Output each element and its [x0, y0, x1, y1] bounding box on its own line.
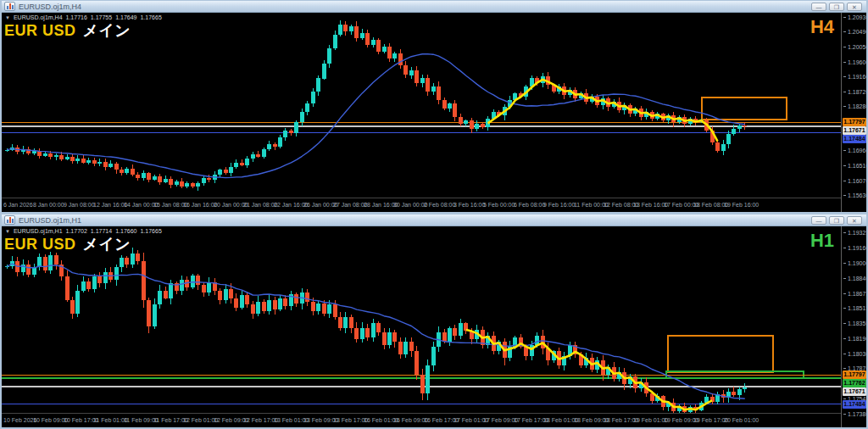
chart-window-icon [4, 215, 15, 225]
minimize-button[interactable]: — [811, 216, 826, 225]
ohlc-symbol: EURUSD.oj1m,H4 [14, 14, 63, 20]
tick-dash [843, 76, 846, 77]
chart-area-h4: ▼ EURUSD.oj1m,H4 1.17716 1.17755 1.17649… [2, 13, 866, 212]
fast-ma-line [466, 330, 712, 410]
tick-dash [843, 248, 846, 248]
ohlc-low: 1.17649 [115, 14, 136, 20]
minimize-button[interactable]: — [811, 3, 826, 11]
time-tick: 21 Jan 08:00 [243, 202, 277, 208]
close-button[interactable]: ✕ [847, 3, 862, 11]
window-titlebar[interactable]: EURUSD.oj1m,H4 — ❐ ✕ [2, 1, 866, 13]
price-badge: 1.17484 [843, 135, 866, 143]
price-badge: 1.17484 [843, 400, 866, 409]
chart-window-h1: EURUSD.oj1m,H1 — ❐ ✕ ▼ EURUSD.oj1m,H1 1.… [0, 214, 868, 429]
tick-dash [843, 92, 846, 92]
ohlc-open: 1.17716 [66, 14, 87, 20]
supply-zone-rect [702, 98, 787, 120]
restore-button[interactable]: ❐ [829, 3, 844, 11]
price-tick: 1.20490 [843, 28, 866, 35]
price-tick: 1.19160 [843, 73, 866, 80]
tick-dash [843, 368, 846, 369]
tick-dash [843, 195, 846, 196]
close-button[interactable]: ✕ [847, 216, 862, 225]
time-tick: 9 Jan 08:00 [64, 202, 95, 208]
tick-dash [843, 106, 846, 107]
tick-dash [843, 62, 846, 63]
price-badge: 1.17671 [843, 387, 866, 396]
time-tick: 11 Feb 01:00 [93, 417, 128, 423]
chart-area-h1: ▼ EURUSD.oj1m,H1 1.17702 1.17714 1.17660… [2, 226, 866, 427]
time-tick: 6 Feb 08:00 [514, 202, 545, 208]
tick-dash [843, 165, 846, 166]
time-tick: 20 Feb 01:00 [724, 417, 759, 423]
tick-dash [843, 414, 846, 415]
time-tick: 16 Jan 16:00 [183, 202, 217, 208]
price-tick: 1.18030 [843, 350, 866, 357]
price-tick: 1.18355 [843, 320, 866, 326]
price-badge: 1.17797 [843, 370, 866, 379]
price-badge: 1.17762 [843, 379, 866, 387]
price-tick: 1.18515 [843, 304, 866, 311]
tick-dash [843, 17, 846, 18]
symbol-dropdown-icon[interactable]: ▼ [5, 229, 10, 234]
price-badge: 1.17671 [843, 126, 866, 135]
ohlc-close: 1.17665 [140, 14, 161, 20]
symbol-dropdown-icon[interactable]: ▼ [5, 15, 10, 20]
ohlc-close: 1.17665 [140, 228, 161, 234]
price-tick: 1.18720 [843, 88, 866, 95]
time-tick: 3 Feb 16:00 [453, 202, 485, 208]
time-tick: 9 Feb 16:00 [543, 202, 575, 208]
tick-dash [843, 31, 846, 32]
tick-dash [843, 293, 846, 294]
price-tick: 1.19600 [843, 58, 866, 65]
price-axis[interactable]: 1.209301.204901.200501.196001.191601.187… [841, 13, 866, 212]
symbol-watermark: EUR USDメイン [4, 20, 131, 41]
ohlc-open: 1.17702 [66, 228, 87, 234]
time-axis[interactable]: 10 Feb 202610 Feb 09:0010 Feb 17:0011 Fe… [2, 413, 841, 427]
slow-ma-line [7, 54, 745, 178]
price-tick: 1.19325 [843, 229, 866, 236]
price-tick: 1.20930 [843, 14, 866, 20]
ohlc-high: 1.17714 [91, 228, 112, 234]
price-axis[interactable]: 1.193251.191601.190001.188401.186751.185… [841, 226, 866, 427]
ohlc-symbol: EURUSD.oj1m,H1 [14, 228, 63, 234]
price-tick: 1.18280 [843, 103, 866, 109]
candles [5, 248, 748, 414]
time-tick: 6 Jan 2026 [3, 202, 33, 208]
ohlc-info: ▼ EURUSD.oj1m,H4 1.17716 1.17755 1.17649… [5, 14, 162, 20]
price-tick: 1.20050 [843, 43, 866, 50]
time-tick: 2 Feb 08:00 [424, 202, 455, 208]
tick-dash [843, 398, 846, 399]
ohlc-low: 1.17660 [115, 228, 136, 234]
supply-zone-rect [668, 336, 773, 372]
time-tick: 30 Jan 00:00 [393, 202, 427, 208]
symbol-watermark: EUR USDメイン [4, 234, 131, 254]
time-tick: 5 Feb 00:00 [483, 202, 515, 208]
window-title: EURUSD.oj1m,H4 [19, 3, 808, 11]
price-tick: 1.18840 [843, 275, 866, 281]
timeframe-label: H1 [810, 230, 834, 252]
restore-button[interactable]: ❐ [829, 216, 844, 225]
timeframe-label: H4 [810, 16, 834, 38]
time-tick: 8 Jan 00:00 [33, 202, 64, 208]
candlestick-chart-h1[interactable] [2, 226, 841, 413]
window-controls: — ❐ ✕ [811, 216, 862, 225]
tick-dash [843, 338, 846, 339]
price-tick: 1.16510 [843, 162, 866, 169]
time-tick: 12 Jan 16:00 [93, 202, 127, 208]
price-tick: 1.18190 [843, 335, 866, 342]
window-titlebar[interactable]: EURUSD.oj1m,H1 — ❐ ✕ [2, 214, 866, 226]
time-axis[interactable]: 6 Jan 20268 Jan 00:009 Jan 08:0012 Jan 1… [2, 198, 841, 212]
price-tick: 1.19000 [843, 259, 866, 266]
price-tick: 1.18675 [843, 290, 866, 297]
tick-dash [843, 47, 846, 47]
window-title: EURUSD.oj1m,H1 [19, 216, 808, 225]
candles [5, 20, 748, 190]
fast-ma-line [488, 80, 718, 142]
price-tick: 1.19160 [843, 244, 866, 251]
price-tick: 1.15630 [843, 192, 866, 198]
price-tick: 1.17380 [843, 410, 866, 417]
tick-dash [843, 232, 846, 233]
tick-dash [843, 181, 846, 181]
ohlc-info: ▼ EURUSD.oj1m,H1 1.17702 1.17714 1.17660… [5, 228, 162, 234]
